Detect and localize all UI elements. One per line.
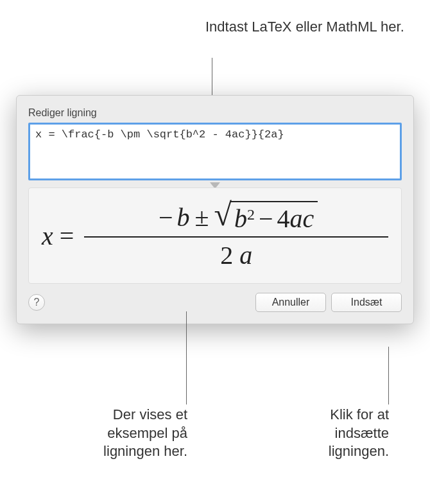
formula-c: c [303,204,314,234]
sqrt-body: b 2 − 4 a c [230,201,318,234]
dialog-title: Rediger ligning [28,107,402,119]
formula-b: b [177,202,190,232]
insert-button[interactable]: Indsæt [331,293,402,312]
callout-line-preview [186,311,187,404]
rendered-formula: x = − b ± √ b 2 − 4 a c [42,201,388,270]
equation-input[interactable] [28,123,402,180]
formula-den-two: 2 [220,241,233,270]
help-button[interactable]: ? [28,294,45,311]
sqrt-icon: √ [214,201,232,229]
formula-fraction: − b ± √ b 2 − 4 a c [84,201,388,270]
formula-neg: − [159,202,173,232]
formula-pm: ± [195,202,209,232]
dialog-toolbar: ? Annuller Indsæt [28,293,402,312]
callout-input: Indtast LaTeX eller MathML her. [205,18,404,37]
formula-denominator: 2 a [220,238,252,270]
formula-den-a: a [239,241,252,270]
formula-lhs: x [42,221,53,251]
callout-preview: Der vises et eksempel på ligningen her. [85,406,187,461]
callout-line-insert [388,347,389,404]
formula-minus: − [259,204,273,234]
callout-insert: Klik for at indsætte ligningen. [307,406,389,461]
formula-numerator: − b ± √ b 2 − 4 a c [151,201,322,236]
formula-a: a [290,204,303,234]
formula-exp: 2 [247,206,255,223]
cancel-button[interactable]: Annuller [255,293,326,312]
formula-equals: = [60,221,74,251]
equation-preview: x = − b ± √ b 2 − 4 a c [28,187,402,284]
equation-editor-dialog: Rediger ligning x = − b ± √ b 2 − 4 [16,95,414,324]
formula-four: 4 [277,204,290,234]
formula-b2: b [234,204,247,234]
formula-sqrt: √ b 2 − 4 a c [214,201,318,234]
